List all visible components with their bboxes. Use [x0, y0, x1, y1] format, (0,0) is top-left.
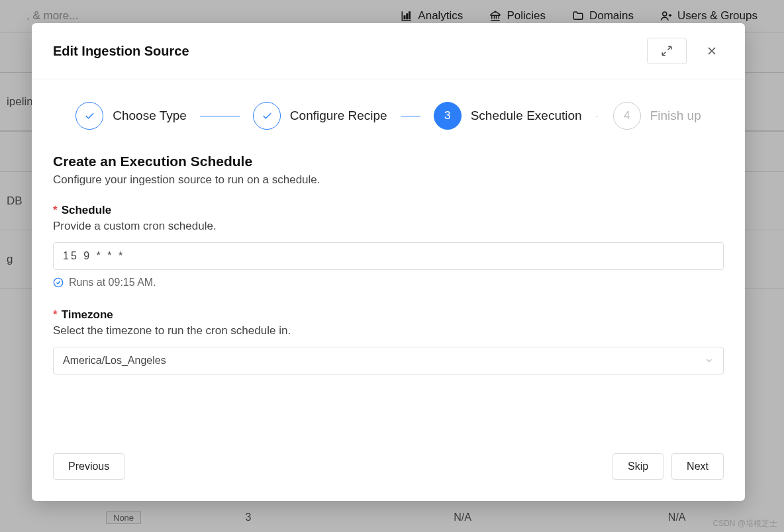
svg-point-3 — [663, 12, 667, 16]
folder-icon — [572, 10, 584, 22]
schedule-help: Provide a custom cron schedule. — [53, 220, 724, 233]
previous-button[interactable]: Previous — [53, 453, 124, 480]
top-nav: Analytics Policies Domains Users & Group… — [401, 9, 758, 22]
expand-icon — [661, 45, 673, 57]
bg-col: N/A — [356, 511, 570, 523]
nav-domains[interactable]: Domains — [572, 9, 634, 22]
modal-footer: Previous Skip Next — [32, 440, 745, 501]
bg-col: 3 — [141, 511, 356, 523]
schedule-hint: Runs at 09:15 AM. — [53, 277, 724, 288]
stepper: Choose Type Configure Recipe 3 Schedule … — [32, 79, 745, 146]
modal-body: Create an Execution Schedule Configure y… — [32, 146, 745, 440]
nav-users-groups[interactable]: Users & Groups — [660, 9, 758, 22]
watermark: CSDN @培根芝士 — [712, 518, 777, 529]
svg-rect-1 — [407, 14, 408, 19]
close-button[interactable] — [700, 39, 724, 63]
svg-rect-2 — [409, 12, 411, 19]
chevron-down-icon — [705, 356, 714, 365]
svg-point-4 — [54, 278, 62, 287]
check-icon — [261, 110, 273, 122]
step-future-number: 4 — [613, 102, 641, 130]
schedule-hint-text: Runs at 09:15 AM. — [69, 277, 156, 288]
svg-rect-0 — [405, 16, 406, 19]
nav-analytics[interactable]: Analytics — [401, 9, 463, 22]
search-placeholder: , & more... — [26, 9, 401, 22]
step-schedule-execution: 3 Schedule Execution — [434, 102, 582, 130]
bank-icon — [489, 10, 501, 22]
required-asterisk: * — [53, 204, 58, 216]
edit-ingestion-modal: Edit Ingestion Source Choose Type Config… — [32, 23, 745, 501]
schedule-label: Schedule — [62, 204, 112, 216]
modal-header: Edit Ingestion Source — [32, 23, 745, 79]
timezone-help: Select the timezone to run the cron sche… — [53, 324, 724, 337]
step-connector — [200, 116, 240, 116]
timezone-label: Timezone — [62, 308, 113, 321]
check-icon — [83, 110, 95, 122]
schedule-field-group: *Schedule Provide a custom cron schedule… — [53, 204, 724, 288]
users-icon — [660, 10, 672, 22]
modal-title: Edit Ingestion Source — [53, 44, 189, 59]
step-connector — [401, 116, 420, 116]
step-current-number: 3 — [434, 102, 462, 130]
step-done-icon — [253, 102, 281, 130]
timezone-field-group: *Timezone Select the timezone to run the… — [53, 308, 724, 375]
nav-policies[interactable]: Policies — [489, 9, 546, 22]
next-button[interactable]: Next — [671, 453, 724, 480]
step-choose-type: Choose Type — [75, 102, 187, 130]
section-title: Create an Execution Schedule — [53, 154, 724, 169]
fullscreen-button[interactable] — [647, 38, 687, 64]
chart-icon — [401, 10, 413, 22]
step-configure-recipe: Configure Recipe — [253, 102, 387, 130]
step-done-icon — [75, 102, 103, 130]
close-icon — [705, 44, 718, 58]
skip-button[interactable]: Skip — [612, 453, 663, 480]
step-dots: · — [595, 109, 600, 123]
timezone-select[interactable]: America/Los_Angeles — [53, 347, 724, 375]
section-subtitle: Configure your ingestion source to run o… — [53, 173, 724, 187]
bg-tag: None — [106, 511, 141, 524]
timezone-value: America/Los_Angeles — [63, 355, 166, 367]
step-finish-up: 4 Finish up — [613, 102, 701, 130]
schedule-input[interactable] — [53, 242, 724, 270]
check-circle-icon — [53, 277, 64, 288]
required-asterisk: * — [53, 308, 58, 321]
